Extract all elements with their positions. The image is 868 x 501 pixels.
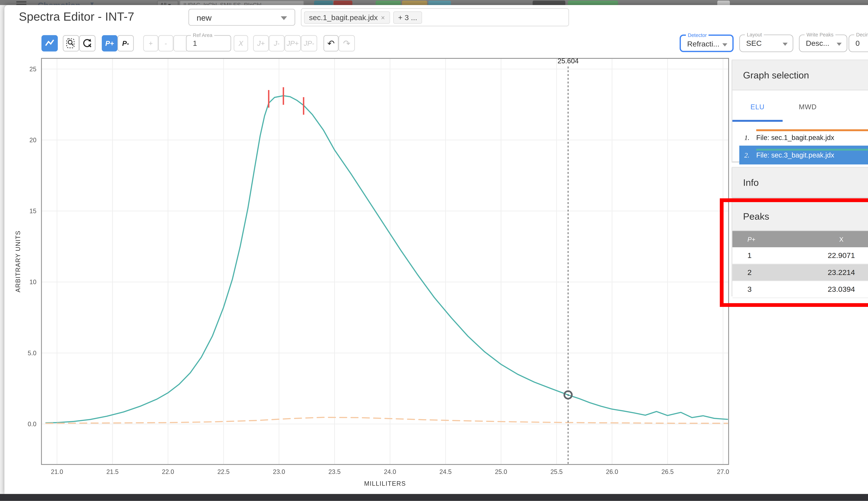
peak-add-button[interactable]: P+ (102, 35, 117, 52)
file-tag-label: + 3 ... (398, 13, 417, 22)
spectra-editor-modal: Spectra Editor - INT-7 new sec.1_bagit.p… (4, 5, 868, 494)
reset-zoom-icon (82, 38, 93, 49)
jp-minus-button[interactable]: JP- (301, 35, 317, 52)
y-axis-label: ARBITRARY UNITS (14, 231, 22, 292)
peak-x-value: 23.0394 (784, 285, 868, 294)
spectra-chart[interactable]: 21.021.522.022.523.023.524.024.525.025.5… (12, 55, 732, 490)
write-peaks-label: Write Peaks (805, 32, 835, 38)
file-multiselect[interactable]: sec.1_bagit.peak.jdx×+ 3 ... (301, 8, 569, 26)
page-title: Spectra Editor - INT-7 (19, 10, 134, 24)
graph-file-item[interactable]: 1.File: sec.1_bagit.peak.jdx (739, 129, 868, 146)
x-tick-label: 25.5 (551, 468, 563, 475)
x-tick-label: 25.0 (495, 468, 507, 475)
minus-button[interactable]: - (158, 35, 174, 52)
detector-select[interactable]: Detector Refracti... (680, 34, 734, 52)
ref-area-label: Ref Area (191, 33, 214, 38)
y-tick-label: 5.0 (28, 350, 36, 357)
plot-border (42, 58, 729, 465)
peak-row[interactable]: 223.22142.24e+1× (732, 264, 868, 281)
graph-tabs: ELUMWD (732, 94, 868, 122)
background-navbar: Chemotion ▼ All ▾ IUPAC, InChI, SMILES, … (0, 0, 868, 5)
redo-button[interactable]: ↷ (338, 35, 355, 52)
zoom-area-button[interactable] (63, 35, 79, 52)
file-tag[interactable]: + 3 ... (393, 11, 422, 23)
clear-x-button[interactable]: X (234, 35, 248, 52)
series-baseline-spectrum (46, 417, 728, 423)
file-tag[interactable]: sec.1_bagit.peak.jdx× (304, 11, 390, 23)
file-index: 2. (744, 151, 750, 159)
menu-icon (16, 1, 27, 5)
tab-mwd[interactable]: MWD (783, 94, 833, 122)
nav-button-tan (402, 1, 427, 5)
x-tick-label: 22.0 (162, 468, 174, 475)
peaks-card: Peaks P+ X Y - 122.90712.29e+1×223.22142… (732, 201, 868, 296)
brand-label: Chemotion (38, 1, 80, 5)
peak-x-value: 23.2214 (784, 268, 868, 277)
peaks-table-body: 122.90712.29e+1×223.22142.24e+1×323.0394… (732, 247, 868, 298)
zoom-select-icon (65, 38, 76, 49)
nav-chart-icon (717, 1, 730, 5)
peaks-header[interactable]: Peaks (732, 202, 868, 231)
nav-button-green (376, 1, 401, 5)
y-tick-label: 25 (30, 66, 36, 73)
x-tick-label: 24.0 (384, 468, 396, 475)
peak-remove-button[interactable]: P- (117, 35, 134, 52)
graph-selection-title: Graph selection (743, 70, 809, 81)
file-color-rule (756, 149, 868, 151)
nav-search-input: IUPAC, InChI, SMILES, RInChI (180, 1, 304, 5)
peak-row[interactable]: 122.90712.29e+1× (732, 247, 868, 264)
x-tick-label: 23.0 (273, 468, 285, 475)
peak-x-value: 22.9071 (784, 251, 868, 260)
x-tick-label: 27.0 (717, 468, 729, 475)
remove-tag-icon[interactable]: × (381, 13, 385, 21)
screen: Chemotion ▼ All ▾ IUPAC, InChI, SMILES, … (0, 0, 868, 501)
jp-plus-button[interactable]: JP+ (284, 35, 301, 52)
x-tick-label: 26.0 (606, 468, 618, 475)
plus-button[interactable]: + (143, 35, 158, 52)
graph-selection-header[interactable]: Graph selection (732, 60, 868, 90)
peak-row[interactable]: 323.03942.31e+1× (732, 281, 868, 298)
nav-sort-dropdown (533, 1, 565, 5)
bottom-edge-bar (0, 494, 868, 501)
graph-file-item[interactable]: 2.File: sec.3_bagit.peak.jdx (739, 146, 868, 164)
file-color-rule (756, 129, 868, 131)
peaks-title: Peaks (743, 211, 769, 222)
column-header-p: P+ (732, 236, 784, 243)
x-axis-label: MILLILITERS (364, 480, 406, 487)
undo-button[interactable]: ↶ (323, 35, 338, 52)
ref-area-input[interactable]: Ref Area 1 (186, 35, 231, 52)
chevron-down-icon (837, 43, 841, 46)
x-tick-label: 24.5 (439, 468, 451, 475)
layout-select[interactable]: Layout SEC (739, 34, 793, 52)
chevron-down-icon (783, 43, 788, 46)
line-mode-button[interactable] (42, 35, 58, 52)
series-elu-spectrum (46, 96, 728, 423)
file-tag-label: sec.1_bagit.peak.jdx (309, 13, 378, 22)
x-tick-label: 23.5 (328, 468, 341, 475)
chart-canvas[interactable]: 21.021.522.022.523.023.524.024.525.025.5… (12, 55, 732, 490)
y-tick-label: 15 (30, 207, 36, 215)
peak-index: 1 (732, 251, 784, 260)
peak-index: 2 (732, 268, 784, 277)
write-peaks-select[interactable]: Write Peaks Desc... (799, 34, 847, 52)
decimal-select[interactable]: Decimal 0 (849, 34, 868, 52)
y-tick-label: 0.0 (28, 420, 36, 428)
file-index: 1. (744, 134, 750, 141)
preset-select[interactable]: new (188, 9, 295, 26)
detector-label: Detector (686, 33, 709, 38)
reset-zoom-button[interactable] (79, 35, 95, 52)
graph-file-list: 1.File: sec.1_bagit.peak.jdx2.File: sec.… (732, 129, 868, 168)
layout-label: Layout (745, 32, 764, 38)
undo-icon: ↶ (327, 38, 335, 49)
info-header[interactable]: Info (732, 168, 868, 197)
x-tick-label: 21.0 (51, 468, 63, 475)
j-minus-button[interactable]: J- (269, 35, 284, 52)
chevron-down-icon: ▼ (89, 1, 95, 5)
nav-button-group-green (568, 1, 618, 5)
j-plus-button[interactable]: J+ (253, 35, 269, 52)
nav-button-red (334, 1, 353, 5)
tab-elu[interactable]: ELU (732, 94, 783, 122)
peak-index: 3 (732, 285, 784, 294)
active-tab-underline (732, 120, 783, 122)
preset-select-value: new (197, 13, 211, 23)
